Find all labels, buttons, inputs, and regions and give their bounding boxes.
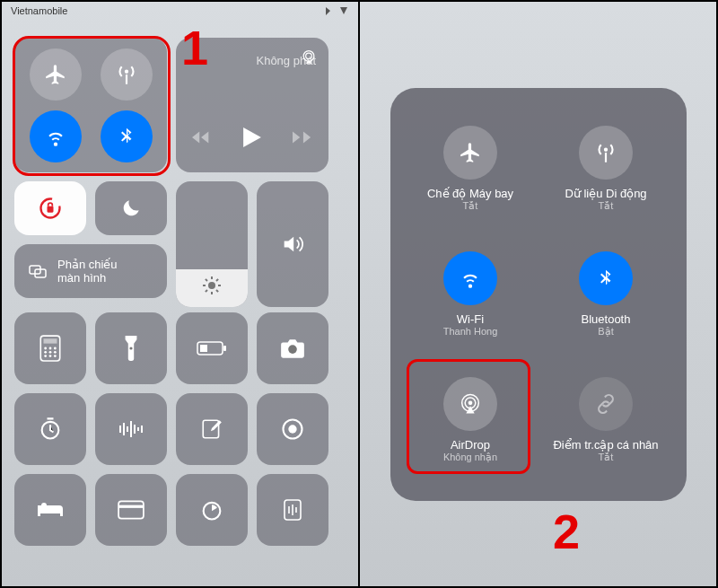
svg-point-4 bbox=[208, 282, 215, 289]
media-title: Không phát bbox=[256, 54, 316, 67]
wallet-button[interactable] bbox=[95, 474, 167, 546]
waveform-icon bbox=[118, 418, 144, 440]
svg-point-12 bbox=[44, 351, 47, 354]
svg-rect-28 bbox=[118, 505, 144, 508]
connectivity-expanded-screen: Chế độ Máy bay Tắt Dữ liệu Di động Tắt W… bbox=[360, 2, 716, 586]
sound-recognition-button[interactable] bbox=[257, 474, 328, 546]
connectivity-panel: Chế độ Máy bay Tắt Dữ liệu Di động Tắt W… bbox=[390, 88, 687, 501]
flashlight-button[interactable] bbox=[95, 312, 167, 384]
svg-point-11 bbox=[54, 347, 57, 350]
svg-point-10 bbox=[49, 347, 52, 350]
timer-icon bbox=[38, 417, 63, 442]
cellular-toggle[interactable] bbox=[101, 48, 153, 101]
flashlight-icon bbox=[122, 335, 140, 362]
ear-icon bbox=[280, 497, 305, 522]
calculator-button[interactable] bbox=[14, 312, 86, 384]
svg-point-14 bbox=[54, 351, 57, 354]
airdrop-label: AirDrop bbox=[451, 438, 490, 452]
wifi-label: Wi-Fi bbox=[457, 312, 484, 326]
airplane-icon bbox=[44, 63, 67, 86]
rotation-lock-button[interactable] bbox=[14, 181, 86, 235]
volume-slider[interactable] bbox=[257, 181, 328, 307]
moon-icon bbox=[119, 197, 143, 220]
cellular-status: Tắt bbox=[599, 200, 614, 212]
status-icons bbox=[324, 5, 349, 16]
speaker-icon bbox=[280, 232, 305, 257]
play-icon[interactable] bbox=[243, 127, 261, 147]
battery-icon bbox=[197, 340, 227, 356]
link-icon bbox=[594, 392, 617, 416]
svg-point-22 bbox=[288, 345, 297, 354]
connectivity-tile[interactable] bbox=[14, 38, 167, 172]
hotspot-label: Điểm tr.cập cá nhân bbox=[553, 438, 658, 452]
step2-number: 2 bbox=[553, 504, 580, 559]
airplane-item[interactable]: Chế độ Máy bay Tắt bbox=[407, 110, 535, 228]
antenna-icon bbox=[115, 63, 138, 86]
status-bar: Vietnamobile bbox=[2, 5, 358, 16]
svg-point-16 bbox=[49, 355, 52, 357]
svg-point-26 bbox=[288, 425, 296, 433]
card-icon bbox=[118, 500, 144, 520]
svg-point-33 bbox=[468, 400, 473, 405]
rewind-icon[interactable] bbox=[192, 129, 212, 145]
svg-point-17 bbox=[54, 355, 57, 357]
svg-rect-8 bbox=[44, 338, 57, 343]
forward-icon[interactable] bbox=[293, 129, 312, 145]
alarm-button[interactable] bbox=[14, 474, 86, 546]
rotation-lock-icon bbox=[38, 196, 63, 221]
airdrop-status: Không nhận bbox=[443, 452, 497, 463]
airplane-status: Tắt bbox=[463, 200, 478, 212]
record-icon bbox=[280, 417, 305, 442]
clock-button[interactable] bbox=[176, 474, 248, 546]
stopwatch-icon bbox=[199, 497, 224, 522]
airdrop-icon bbox=[458, 391, 483, 417]
voice-memo-button[interactable] bbox=[95, 393, 167, 465]
screen-record-button[interactable] bbox=[257, 393, 328, 465]
mirror-icon bbox=[27, 260, 48, 282]
low-power-button[interactable] bbox=[176, 312, 248, 384]
airplane-toggle[interactable] bbox=[30, 48, 82, 101]
tutorial-image: Vietnamobile bbox=[0, 0, 718, 588]
notes-button[interactable] bbox=[176, 393, 248, 465]
mirror-label: Phản chiếu màn hình bbox=[57, 258, 118, 285]
airdrop-item[interactable]: AirDrop Không nhận bbox=[407, 361, 535, 479]
hotspot-status: Tắt bbox=[599, 452, 614, 463]
bed-icon bbox=[36, 500, 65, 520]
hotspot-item[interactable]: Điểm tr.cập cá nhân Tắt bbox=[542, 361, 670, 479]
control-center-screen: Vietnamobile bbox=[2, 2, 360, 586]
wifi-icon bbox=[459, 267, 482, 290]
step1-number: 1 bbox=[181, 20, 208, 75]
brightness-slider[interactable] bbox=[176, 181, 248, 307]
camera-button[interactable] bbox=[257, 312, 328, 384]
svg-rect-27 bbox=[118, 501, 144, 518]
timer-button[interactable] bbox=[14, 393, 86, 465]
bluetooth-icon bbox=[117, 127, 136, 146]
screen-mirror-button[interactable]: Phản chiếu màn hình bbox=[14, 244, 167, 298]
compose-icon bbox=[200, 417, 223, 441]
antenna-icon bbox=[594, 141, 617, 164]
wifi-item[interactable]: Wi-Fi Thanh Hong bbox=[407, 235, 535, 354]
bluetooth-label: Bluetooth bbox=[582, 312, 631, 326]
airplane-label: Chế độ Máy bay bbox=[427, 187, 513, 200]
wifi-icon bbox=[44, 125, 67, 148]
wifi-status: Thanh Hong bbox=[443, 326, 498, 337]
svg-point-18 bbox=[129, 347, 132, 349]
svg-rect-24 bbox=[203, 420, 218, 438]
bluetooth-icon bbox=[596, 268, 616, 288]
airplane-icon bbox=[459, 141, 482, 164]
cellular-item[interactable]: Dữ liệu Di động Tắt bbox=[542, 110, 670, 228]
svg-point-9 bbox=[44, 347, 47, 350]
svg-point-13 bbox=[49, 351, 52, 354]
calculator-icon bbox=[39, 335, 62, 362]
wifi-toggle[interactable] bbox=[30, 110, 82, 162]
dnd-button[interactable] bbox=[95, 181, 167, 235]
bluetooth-toggle[interactable] bbox=[101, 110, 153, 162]
bluetooth-item[interactable]: Bluetooth Bật bbox=[542, 235, 670, 354]
svg-rect-21 bbox=[200, 345, 207, 352]
cellular-label: Dữ liệu Di động bbox=[565, 187, 646, 200]
carrier-label: Vietnamobile bbox=[11, 5, 67, 16]
camera-icon bbox=[279, 338, 306, 359]
svg-rect-3 bbox=[48, 206, 54, 213]
brightness-icon bbox=[201, 275, 223, 296]
svg-rect-20 bbox=[223, 346, 226, 351]
